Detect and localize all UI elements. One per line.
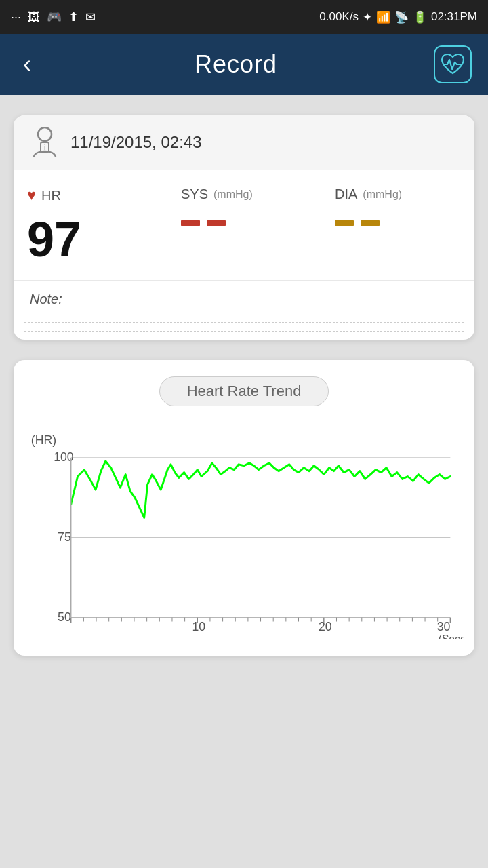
email-icon: ✉ — [85, 9, 96, 24]
svg-text:(HR): (HR) — [31, 433, 56, 447]
trend-title: Heart Rate Trend — [159, 376, 329, 406]
clock: 02:31PM — [431, 10, 477, 24]
sys-dash-1 — [181, 220, 200, 226]
divider-1 — [24, 322, 464, 323]
back-button[interactable]: ‹ — [16, 50, 38, 79]
dia-dash-2 — [361, 220, 380, 226]
dia-value — [335, 213, 461, 226]
x-ticks — [71, 618, 451, 623]
note-row: Note: — [14, 281, 474, 314]
sys-value — [181, 213, 307, 226]
hr-value: 97 — [27, 215, 153, 264]
record-card: i 11/19/2015, 02:43 ♥ HR 97 SYS (mmHg) — [14, 115, 474, 340]
main-content: i 11/19/2015, 02:43 ♥ HR 97 SYS (mmHg) — [0, 95, 488, 676]
svg-text:10: 10 — [192, 620, 205, 633]
svg-text:30: 30 — [437, 620, 451, 633]
trend-title-bar: Heart Rate Trend — [24, 376, 464, 406]
record-date: 11/19/2015, 02:43 — [70, 133, 202, 152]
battery-icon: 🔋 — [413, 10, 427, 24]
game-icon: 🎮 — [47, 9, 62, 24]
upload-icon: ⬆ — [68, 9, 79, 24]
person-icon: i — [30, 127, 60, 157]
svg-text:50: 50 — [58, 610, 71, 624]
heart-monitor-icon — [440, 53, 466, 76]
network-speed: 0.00K/s — [319, 10, 359, 24]
record-card-header: i 11/19/2015, 02:43 — [14, 115, 474, 170]
gallery-icon: 🖼 — [28, 10, 40, 24]
dia-dash-1 — [335, 220, 354, 226]
svg-text:(Seconds): (Seconds) — [439, 633, 464, 639]
status-bar: ··· 🖼 🎮 ⬆ ✉ 0.00K/s ✦ 📶 📡 🔋 02:31PM — [0, 0, 488, 34]
status-left: ··· 🖼 🎮 ⬆ ✉ — [11, 9, 96, 24]
metrics-row: ♥ HR 97 SYS (mmHg) DIA — [14, 170, 474, 281]
note-label: Note: — [30, 292, 62, 307]
sys-column: SYS (mmHg) — [167, 170, 321, 280]
heart-symbol: ♥ — [27, 186, 36, 204]
bluetooth-icon: ✦ — [363, 10, 372, 24]
hr-label: ♥ HR — [27, 186, 153, 204]
svg-rect-0 — [38, 127, 52, 141]
sys-label: SYS (mmHg) — [181, 186, 307, 202]
divider-2 — [24, 331, 464, 332]
dots-icon: ··· — [11, 10, 21, 24]
heart-rate-icon-button[interactable] — [434, 45, 472, 83]
chart-container: (HR) 100 75 50 — [24, 422, 464, 639]
header: ‹ Record — [0, 34, 488, 95]
svg-text:20: 20 — [319, 620, 332, 633]
wifi-icon: 📶 — [376, 10, 390, 24]
heart-rate-chart: (HR) 100 75 50 — [24, 422, 464, 639]
svg-text:75: 75 — [58, 530, 71, 544]
page-title: Record — [195, 50, 277, 79]
status-right: 0.00K/s ✦ 📶 📡 🔋 02:31PM — [319, 10, 477, 24]
trend-card: Heart Rate Trend (HR) 100 75 50 — [14, 360, 474, 656]
signal-icon: 📡 — [394, 10, 409, 24]
dia-label: DIA (mmHg) — [335, 186, 461, 202]
hr-column: ♥ HR 97 — [14, 170, 167, 280]
hr-trend-line — [71, 461, 451, 517]
dia-column: DIA (mmHg) — [321, 170, 474, 280]
sys-dash-2 — [207, 220, 226, 226]
svg-text:i: i — [44, 144, 45, 151]
